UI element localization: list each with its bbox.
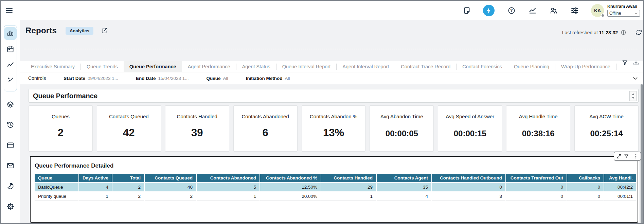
widget-filter-icon[interactable] <box>624 154 629 159</box>
metric-cards: Queues2Contacts Queued42Contacts Handled… <box>29 105 639 152</box>
controls-label: Controls <box>28 75 46 81</box>
table-row[interactable]: BasicQueue4240512.50%293500000:42:2 <box>35 183 637 192</box>
column-header[interactable]: Callbacks <box>567 174 604 183</box>
hamburger-menu-icon[interactable] <box>5 6 14 15</box>
help-icon[interactable]: ? <box>507 6 516 15</box>
section-spinner[interactable] <box>629 91 637 101</box>
top-bar: ? KA Khurram Awan Offline <box>1 1 643 20</box>
spinner-up-icon[interactable] <box>632 93 634 95</box>
sidebar-item-layers-icon[interactable] <box>4 98 17 111</box>
metric-card-queues: Queues2 <box>29 105 93 152</box>
column-header[interactable]: Days Active <box>79 174 112 183</box>
metric-value: 42 <box>97 127 161 139</box>
column-header[interactable]: Contacts Handled <box>321 174 376 183</box>
column-header[interactable]: Contacts Abandoned % <box>260 174 321 183</box>
sidebar-item-mail-icon[interactable] <box>4 159 17 172</box>
agent-status-select[interactable]: Offline <box>607 10 640 17</box>
column-header[interactable]: Contacts Abandoned <box>196 174 260 183</box>
metric-label: Avg ACW Time <box>575 114 638 119</box>
metric-label: Contacts Handled <box>165 114 229 119</box>
tab-agent-performance[interactable]: Agent Performance <box>182 61 236 72</box>
controls-collapse-chevron-icon[interactable] <box>632 75 639 82</box>
sidebar-item-calendar-icon[interactable] <box>4 43 17 55</box>
contacts-people-icon[interactable] <box>550 6 558 15</box>
app-window: ? KA Khurram Awan Offline Reports Analyt… <box>0 0 644 224</box>
last-refreshed-text: Last refreshed at 11:28:32 <box>562 30 618 35</box>
sidebar-item-design-brush-icon[interactable] <box>4 74 17 87</box>
column-header[interactable]: Total <box>112 174 144 183</box>
table-cell: 00:01:1 <box>604 192 637 201</box>
tab-queue-trends[interactable]: Queue Trends <box>81 61 124 72</box>
avatar[interactable]: KA <box>591 4 604 17</box>
column-header[interactable]: Contacts Tranferred Out <box>506 174 567 183</box>
control-value: 09/04/2023 1... <box>88 76 118 81</box>
sidebar-item-bar-chart-icon[interactable] <box>4 27 17 40</box>
table-cell: 0 <box>506 183 567 192</box>
download-icon[interactable] <box>633 59 639 66</box>
metric-card-contacts-queued: Contacts Queued42 <box>97 105 161 152</box>
refresh-area: Last refreshed at 11:28:32 <box>562 29 642 36</box>
metric-value: 39 <box>165 127 229 139</box>
table-cell: Priority queue <box>35 192 79 201</box>
control-start-date[interactable]: Start Date09/04/2023 1... <box>64 76 118 81</box>
sidebar-item-gear-icon[interactable] <box>4 200 17 213</box>
refresh-icon[interactable] <box>636 29 642 36</box>
metric-value: 13% <box>302 127 365 139</box>
metric-value: 00:00:15 <box>438 129 502 138</box>
tab-contract-trace-record[interactable]: Contract Trace Record <box>395 61 456 72</box>
control-end-date[interactable]: End Date15/04/2023 1... <box>136 76 189 81</box>
expand-icon[interactable] <box>616 154 622 159</box>
kebab-menu-icon[interactable] <box>633 154 639 159</box>
table-cell: 0 <box>567 192 604 201</box>
metrics-trend-icon[interactable] <box>529 6 537 15</box>
scrollbar-thumb[interactable] <box>641 84 643 223</box>
metric-label: Contacts Abandoned <box>234 114 297 119</box>
task-note-icon[interactable] <box>463 6 471 15</box>
table-header-row: QueueDays ActiveTotalContacts QueuedCont… <box>35 174 637 183</box>
info-icon[interactable] <box>621 30 626 35</box>
table-cell: BasicQueue <box>35 183 79 192</box>
control-value: All <box>285 76 290 81</box>
tab-agent-interval-report[interactable]: Agent Interval Report <box>337 61 395 72</box>
column-header[interactable]: Queue <box>35 174 79 183</box>
metric-label: Avg Speed of Answer <box>438 114 502 119</box>
column-header[interactable]: Contacts Handled Outbound <box>432 174 506 183</box>
table-cell: 12.50% <box>260 183 321 192</box>
quick-connect-bolt-icon[interactable] <box>483 5 495 16</box>
settings-sliders-icon[interactable] <box>571 6 579 15</box>
tab-queue-planning[interactable]: Queue Planning <box>508 61 555 72</box>
tab-agent-status[interactable]: Agent Status <box>236 61 276 72</box>
detailed-table-wrap: QueueDays ActiveTotalContacts QueuedCont… <box>35 174 638 201</box>
external-link-icon[interactable] <box>101 27 108 34</box>
table-cell: 20.00% <box>260 192 321 201</box>
tab-queue-interval-report[interactable]: Queue Interval Report <box>276 61 337 72</box>
sidebar-item-line-chart-icon[interactable] <box>4 58 17 71</box>
column-header[interactable]: Contacts Agent <box>376 174 432 183</box>
filter-icon[interactable] <box>622 59 628 66</box>
status-dot <box>601 14 605 17</box>
tab-wrap-up-performance[interactable]: Wrap-Up Performance <box>555 61 616 72</box>
section-header: Queue Performance <box>29 89 639 103</box>
last-refreshed-time: 11:28:32 <box>599 30 618 35</box>
spinner-down-icon[interactable] <box>632 97 634 99</box>
column-header[interactable]: Avg Handl. <box>604 174 637 183</box>
table-cell: 2 <box>144 192 196 201</box>
tab-contact-forensics[interactable]: Contact Forensics <box>457 61 508 72</box>
agent-status-value: Offline <box>609 11 621 16</box>
report-tabs: Executive SummaryQueue TrendsQueue Perfo… <box>20 61 643 72</box>
tab-separator <box>616 64 616 70</box>
tab-executive-summary[interactable]: Executive Summary <box>25 61 80 72</box>
sidebar-item-history-icon[interactable] <box>4 119 17 131</box>
table-row[interactable]: Priority queue122120.00%1430000:01:1 <box>35 192 637 201</box>
metric-label: Avg Handle Time <box>506 114 570 119</box>
control-queue[interactable]: QueueAll <box>207 76 228 81</box>
sidebar-item-pie-chart-icon[interactable] <box>4 180 17 192</box>
table-cell: 35 <box>376 183 432 192</box>
tab-queue-performance[interactable]: Queue Performance <box>124 61 182 72</box>
metric-label: Contacts Abandon % <box>302 114 365 119</box>
column-header[interactable]: Contacts Queued <box>144 174 196 183</box>
table-cell: 1 <box>79 192 112 201</box>
sidebar-item-browser-window-icon[interactable] <box>4 139 17 152</box>
control-initiation-method[interactable]: Initiation MethodAll <box>246 76 290 81</box>
sidebar-analytics-group <box>4 25 17 91</box>
